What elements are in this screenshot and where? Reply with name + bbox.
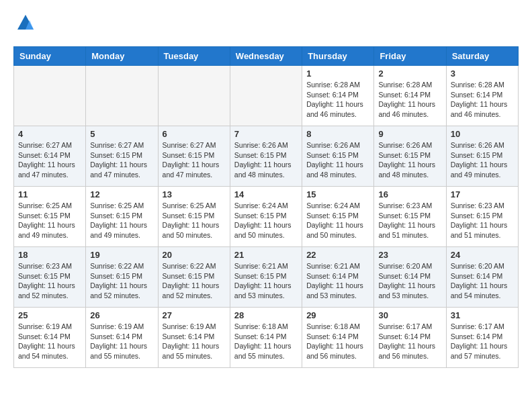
calendar-cell: 3Sunrise: 6:28 AM Sunset: 6:14 PM Daylig…	[446, 66, 518, 126]
day-info: Sunrise: 6:21 AM Sunset: 6:14 PM Dayligh…	[306, 261, 369, 301]
calendar-cell: 28Sunrise: 6:18 AM Sunset: 6:14 PM Dayli…	[230, 308, 302, 368]
day-info: Sunrise: 6:26 AM Sunset: 6:15 PM Dayligh…	[306, 140, 369, 180]
calendar-cell: 14Sunrise: 6:24 AM Sunset: 6:15 PM Dayli…	[230, 187, 302, 247]
day-number: 21	[234, 250, 298, 260]
day-info: Sunrise: 6:27 AM Sunset: 6:15 PM Dayligh…	[90, 140, 153, 180]
day-info: Sunrise: 6:20 AM Sunset: 6:14 PM Dayligh…	[451, 261, 514, 301]
day-number: 18	[18, 250, 81, 260]
calendar-cell: 10Sunrise: 6:26 AM Sunset: 6:15 PM Dayli…	[446, 126, 518, 187]
page-header	[13, 13, 519, 36]
day-number: 24	[451, 250, 514, 260]
day-info: Sunrise: 6:21 AM Sunset: 6:15 PM Dayligh…	[234, 261, 298, 301]
day-number: 22	[306, 250, 369, 260]
days-header-row: SundayMondayTuesdayWednesdayThursdayFrid…	[14, 47, 519, 66]
day-number: 16	[378, 189, 441, 199]
day-info: Sunrise: 6:22 AM Sunset: 6:15 PM Dayligh…	[163, 261, 226, 301]
calendar-cell: 21Sunrise: 6:21 AM Sunset: 6:15 PM Dayli…	[230, 247, 302, 308]
day-info: Sunrise: 6:19 AM Sunset: 6:14 PM Dayligh…	[90, 322, 153, 361]
calendar-cell	[14, 66, 86, 126]
day-info: Sunrise: 6:28 AM Sunset: 6:14 PM Dayligh…	[306, 80, 369, 120]
day-info: Sunrise: 6:18 AM Sunset: 6:14 PM Dayligh…	[306, 322, 369, 361]
day-info: Sunrise: 6:26 AM Sunset: 6:15 PM Dayligh…	[451, 140, 514, 180]
day-number: 7	[234, 129, 298, 139]
day-number: 5	[90, 129, 153, 139]
day-number: 26	[90, 310, 153, 320]
calendar-cell: 16Sunrise: 6:23 AM Sunset: 6:15 PM Dayli…	[374, 187, 446, 247]
day-number: 31	[451, 310, 514, 320]
day-number: 12	[90, 189, 153, 199]
column-header-friday: Friday	[374, 47, 446, 66]
day-info: Sunrise: 6:17 AM Sunset: 6:14 PM Dayligh…	[451, 322, 514, 361]
calendar-cell: 25Sunrise: 6:19 AM Sunset: 6:14 PM Dayli…	[14, 308, 86, 368]
day-number: 14	[234, 189, 298, 199]
calendar-cell: 6Sunrise: 6:27 AM Sunset: 6:15 PM Daylig…	[158, 126, 230, 187]
column-header-thursday: Thursday	[302, 47, 374, 66]
day-number: 30	[378, 310, 441, 320]
day-number: 20	[163, 250, 226, 260]
calendar-cell: 1Sunrise: 6:28 AM Sunset: 6:14 PM Daylig…	[302, 66, 374, 126]
day-number: 8	[306, 129, 369, 139]
calendar-cell: 15Sunrise: 6:24 AM Sunset: 6:15 PM Dayli…	[302, 187, 374, 247]
calendar-cell: 19Sunrise: 6:22 AM Sunset: 6:15 PM Dayli…	[86, 247, 158, 308]
calendar-week-row: 11Sunrise: 6:25 AM Sunset: 6:15 PM Dayli…	[14, 187, 519, 247]
calendar-cell: 22Sunrise: 6:21 AM Sunset: 6:14 PM Dayli…	[302, 247, 374, 308]
calendar-week-row: 25Sunrise: 6:19 AM Sunset: 6:14 PM Dayli…	[14, 308, 519, 368]
day-number: 23	[378, 250, 441, 260]
day-info: Sunrise: 6:18 AM Sunset: 6:14 PM Dayligh…	[234, 322, 298, 361]
calendar-cell: 17Sunrise: 6:23 AM Sunset: 6:15 PM Dayli…	[446, 187, 518, 247]
day-number: 2	[378, 68, 441, 79]
day-number: 11	[18, 189, 81, 199]
calendar-cell: 26Sunrise: 6:19 AM Sunset: 6:14 PM Dayli…	[86, 308, 158, 368]
calendar-cell: 24Sunrise: 6:20 AM Sunset: 6:14 PM Dayli…	[446, 247, 518, 308]
day-info: Sunrise: 6:24 AM Sunset: 6:15 PM Dayligh…	[234, 201, 298, 240]
day-info: Sunrise: 6:24 AM Sunset: 6:15 PM Dayligh…	[306, 201, 369, 240]
day-number: 15	[306, 189, 369, 199]
calendar-cell: 29Sunrise: 6:18 AM Sunset: 6:14 PM Dayli…	[302, 308, 374, 368]
day-info: Sunrise: 6:26 AM Sunset: 6:15 PM Dayligh…	[378, 140, 441, 180]
calendar-cell: 23Sunrise: 6:20 AM Sunset: 6:14 PM Dayli…	[374, 247, 446, 308]
calendar-cell: 8Sunrise: 6:26 AM Sunset: 6:15 PM Daylig…	[302, 126, 374, 187]
day-number: 28	[234, 310, 298, 320]
day-info: Sunrise: 6:23 AM Sunset: 6:15 PM Dayligh…	[378, 201, 441, 240]
calendar-cell	[158, 66, 230, 126]
day-info: Sunrise: 6:25 AM Sunset: 6:15 PM Dayligh…	[163, 201, 226, 240]
day-info: Sunrise: 6:19 AM Sunset: 6:14 PM Dayligh…	[163, 322, 226, 361]
calendar-cell: 7Sunrise: 6:26 AM Sunset: 6:15 PM Daylig…	[230, 126, 302, 187]
calendar-cell: 20Sunrise: 6:22 AM Sunset: 6:15 PM Dayli…	[158, 247, 230, 308]
day-info: Sunrise: 6:26 AM Sunset: 6:15 PM Dayligh…	[234, 140, 298, 180]
logo-icon	[16, 13, 35, 32]
day-number: 19	[90, 250, 153, 260]
day-number: 9	[378, 129, 441, 139]
calendar-table: SundayMondayTuesdayWednesdayThursdayFrid…	[13, 46, 519, 368]
day-number: 17	[451, 189, 514, 199]
logo	[13, 13, 35, 36]
day-info: Sunrise: 6:23 AM Sunset: 6:15 PM Dayligh…	[451, 201, 514, 240]
calendar-cell: 5Sunrise: 6:27 AM Sunset: 6:15 PM Daylig…	[86, 126, 158, 187]
day-number: 4	[18, 129, 81, 139]
day-info: Sunrise: 6:19 AM Sunset: 6:14 PM Dayligh…	[18, 322, 81, 361]
calendar-week-row: 1Sunrise: 6:28 AM Sunset: 6:14 PM Daylig…	[14, 66, 519, 126]
calendar-cell: 30Sunrise: 6:17 AM Sunset: 6:14 PM Dayli…	[374, 308, 446, 368]
calendar-week-row: 18Sunrise: 6:23 AM Sunset: 6:15 PM Dayli…	[14, 247, 519, 308]
day-info: Sunrise: 6:28 AM Sunset: 6:14 PM Dayligh…	[378, 80, 441, 120]
day-number: 29	[306, 310, 369, 320]
day-number: 10	[451, 129, 514, 139]
calendar-cell: 4Sunrise: 6:27 AM Sunset: 6:14 PM Daylig…	[14, 126, 86, 187]
day-info: Sunrise: 6:28 AM Sunset: 6:14 PM Dayligh…	[451, 80, 514, 120]
day-info: Sunrise: 6:25 AM Sunset: 6:15 PM Dayligh…	[90, 201, 153, 240]
calendar-cell: 27Sunrise: 6:19 AM Sunset: 6:14 PM Dayli…	[158, 308, 230, 368]
day-number: 1	[306, 68, 369, 79]
day-number: 27	[163, 310, 226, 320]
day-info: Sunrise: 6:27 AM Sunset: 6:15 PM Dayligh…	[163, 140, 226, 180]
column-header-sunday: Sunday	[14, 47, 86, 66]
calendar-cell: 11Sunrise: 6:25 AM Sunset: 6:15 PM Dayli…	[14, 187, 86, 247]
column-header-tuesday: Tuesday	[158, 47, 230, 66]
day-info: Sunrise: 6:17 AM Sunset: 6:14 PM Dayligh…	[378, 322, 441, 361]
day-number: 3	[451, 68, 514, 79]
day-number: 6	[163, 129, 226, 139]
day-info: Sunrise: 6:20 AM Sunset: 6:14 PM Dayligh…	[378, 261, 441, 301]
calendar-cell: 12Sunrise: 6:25 AM Sunset: 6:15 PM Dayli…	[86, 187, 158, 247]
calendar-cell	[86, 66, 158, 126]
calendar-cell: 13Sunrise: 6:25 AM Sunset: 6:15 PM Dayli…	[158, 187, 230, 247]
day-number: 25	[18, 310, 81, 320]
